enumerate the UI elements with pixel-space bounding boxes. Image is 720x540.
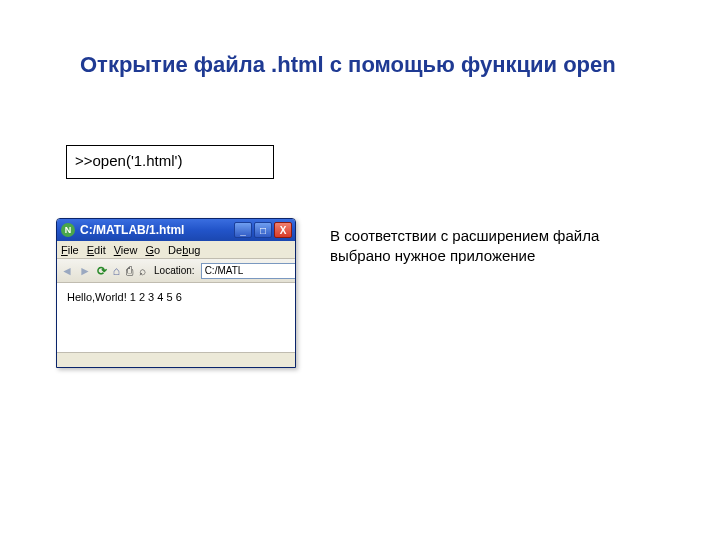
print-button-icon[interactable]: ⎙ (126, 263, 133, 279)
favicon-icon: N (61, 223, 75, 237)
status-bar (57, 353, 295, 367)
code-command-text: >>open('1.html') (75, 152, 182, 169)
find-button-icon[interactable]: ⌕ (139, 263, 146, 279)
explanation-text: В соответствии с расширением файла выбра… (330, 226, 640, 267)
menu-go[interactable]: Go (145, 244, 160, 256)
location-label: Location: (154, 265, 195, 276)
page-body-text: Hello,World! 1 2 3 4 5 6 (67, 291, 182, 303)
reload-button-icon[interactable]: ⟳ (97, 263, 107, 279)
close-button[interactable]: X (274, 222, 292, 238)
menu-edit[interactable]: Edit (87, 244, 106, 256)
back-button-icon[interactable]: ◄ (61, 263, 73, 279)
slide-title: Открытие файла .html с помощью функции o… (80, 52, 616, 78)
minimize-button[interactable]: _ (234, 222, 252, 238)
window-titlebar[interactable]: N C:/MATLAB/1.html _ □ X (57, 219, 295, 241)
home-button-icon[interactable]: ⌂ (113, 263, 120, 279)
toolbar: ◄ ► ⟳ ⌂ ⎙ ⌕ Location: ▾ (57, 259, 295, 283)
menu-view[interactable]: View (114, 244, 138, 256)
location-input[interactable] (201, 263, 296, 279)
page-content-area: Hello,World! 1 2 3 4 5 6 (57, 283, 295, 353)
menu-debug[interactable]: Debug (168, 244, 200, 256)
forward-button-icon[interactable]: ► (79, 263, 91, 279)
code-command-box: >>open('1.html') (66, 145, 274, 179)
menu-file[interactable]: FFileile (61, 244, 79, 256)
menu-bar: FFileile Edit View Go Debug (57, 241, 295, 259)
maximize-button[interactable]: □ (254, 222, 272, 238)
window-title-text: C:/MATLAB/1.html (80, 223, 234, 237)
browser-window: N C:/MATLAB/1.html _ □ X FFileile Edit V… (56, 218, 296, 368)
